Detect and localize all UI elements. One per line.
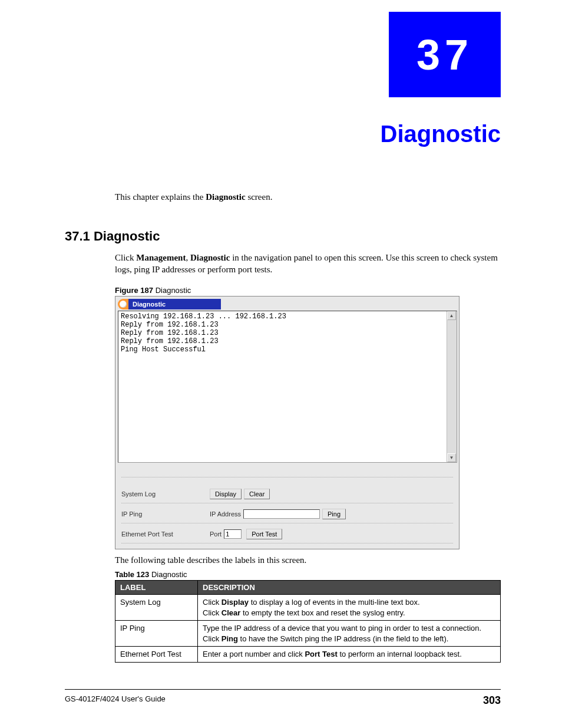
row-ip-ping: IP Ping IP Address Ping <box>121 505 453 523</box>
divider <box>121 523 453 523</box>
chapter-title: Diagnostic <box>381 121 501 147</box>
clear-button[interactable]: Clear <box>244 489 270 499</box>
table-cell-label: Ethernet Port Test <box>115 647 198 663</box>
table-cell-label: System Log <box>115 595 198 621</box>
table-caption: Table 123 Diagnostic <box>115 570 187 579</box>
intro-prefix: This chapter explains the <box>115 192 206 202</box>
figure-caption-label: Figure 187 <box>115 286 153 295</box>
table-row: IP PingType the IP address of a device t… <box>115 621 501 647</box>
divider <box>121 477 453 477</box>
after-figure-text: The following table describes the labels… <box>115 555 306 565</box>
ping-button[interactable]: Ping <box>322 509 346 519</box>
scroll-up-icon[interactable]: ▲ <box>447 311 456 320</box>
table-row: System LogClick Display to display a log… <box>115 595 501 621</box>
divider <box>121 503 453 503</box>
scrollbar[interactable]: ▲ ▼ <box>447 311 457 462</box>
figure-caption-text: Diagnostic <box>153 286 191 295</box>
display-button[interactable]: Display <box>210 489 242 499</box>
divider <box>121 543 453 543</box>
figure-header-bar: Diagnostic <box>118 299 221 309</box>
label-system-log: System Log <box>121 490 210 498</box>
figure-header-text: Diagnostic <box>133 301 166 308</box>
table-header-description: DESCRIPTION <box>198 581 501 595</box>
scroll-down-icon[interactable]: ▼ <box>447 453 456 462</box>
table-cell-description: Enter a port number and click Port Test … <box>198 647 501 663</box>
row-ethernet-port-test: Ethernet Port Test Port Port Test <box>121 525 453 543</box>
figure-diagnostic: Diagnostic Resolving 192.168.1.23 ... 19… <box>115 296 459 549</box>
table-cell-description: Type the IP address of a device that you… <box>198 621 501 647</box>
description-table: LABEL DESCRIPTION System LogClick Displa… <box>115 580 501 663</box>
log-textarea-content: Resolving 192.168.1.23 ... 192.168.1.23 … <box>118 311 447 462</box>
table-caption-text: Diagnostic <box>149 570 187 579</box>
intro-suffix: screen. <box>246 192 273 202</box>
port-test-button[interactable]: Port Test <box>246 529 282 539</box>
chapter-number: 37 <box>416 31 473 79</box>
label-ip-ping: IP Ping <box>121 510 210 518</box>
table-caption-label: Table 123 <box>115 570 149 579</box>
port-input[interactable] <box>224 529 242 539</box>
table-cell-label: IP Ping <box>115 621 198 647</box>
footer-guide-name: GS-4012F/4024 User's Guide <box>65 694 166 707</box>
chapter-number-box: 37 <box>389 12 501 97</box>
table-cell-description: Click Display to display a log of events… <box>198 595 501 621</box>
page-footer: GS-4012F/4024 User's Guide 303 <box>65 689 501 707</box>
figure-caption: Figure 187 Diagnostic <box>115 286 191 295</box>
section-heading: 37.1 Diagnostic <box>65 229 160 244</box>
header-dot-icon <box>120 301 127 308</box>
section-body: Click Management, Diagnostic in the navi… <box>115 252 501 275</box>
table-row: Ethernet Port TestEnter a port number an… <box>115 647 501 663</box>
intro-bold: Diagnostic <box>206 192 246 202</box>
ip-address-input[interactable] <box>243 509 320 519</box>
row-system-log: System Log Display Clear <box>121 485 453 503</box>
label-port: Port <box>210 531 222 538</box>
table-header-label: LABEL <box>115 581 198 595</box>
label-ethernet-port-test: Ethernet Port Test <box>121 531 210 538</box>
log-textarea[interactable]: Resolving 192.168.1.23 ... 192.168.1.23 … <box>118 311 457 463</box>
footer-page-number: 303 <box>483 694 501 707</box>
label-ip-address: IP Address <box>210 510 241 518</box>
intro-text: This chapter explains the Diagnostic scr… <box>115 192 272 202</box>
